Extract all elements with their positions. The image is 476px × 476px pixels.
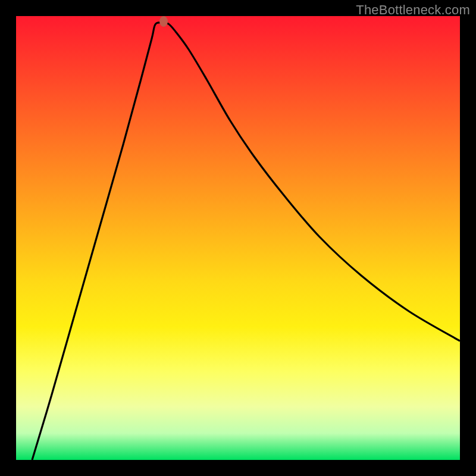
min-marker-dot: [159, 16, 168, 27]
chart-background-gradient: [16, 16, 460, 460]
chart-frame: [16, 16, 460, 460]
